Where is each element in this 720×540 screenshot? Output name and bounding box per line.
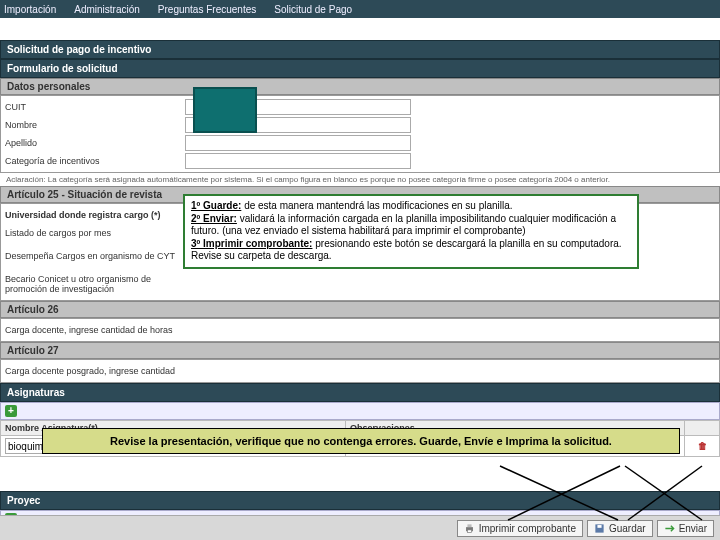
lbl-cargos-cyt: Desempeña Cargos en organismo de CYT: [5, 251, 185, 261]
review-banner: Revise la presentación, verifique que no…: [42, 428, 680, 454]
svg-rect-4: [597, 525, 601, 528]
nav-solicitud-pago[interactable]: Solicitud de Pago: [274, 4, 352, 15]
lbl-becario: Becario Conicet u otro organismo de prom…: [5, 274, 185, 294]
teal-overlay-box: [193, 87, 257, 133]
section-asignaturas: Asignaturas: [0, 383, 720, 402]
lbl-nombre: Nombre: [5, 120, 185, 130]
lbl-univ-cargo: Universidad donde registra cargo (*): [5, 210, 185, 220]
bottom-toolbar: Imprimir comprobante Guardar Enviar: [0, 515, 720, 540]
printer-icon: [464, 523, 475, 534]
nav-administracion[interactable]: Administración: [74, 4, 140, 15]
lbl-carga-docente: Carga docente, ingrese cantidad de horas: [5, 325, 265, 335]
title-solicitud-pago: Solicitud de pago de incentivo: [0, 40, 720, 59]
input-apellido[interactable]: [185, 135, 411, 151]
title-formulario: Formulario de solicitud: [0, 59, 720, 78]
lbl-categoria: Categoría de incentivos: [5, 156, 185, 166]
trash-icon[interactable]: 🗑: [698, 441, 707, 451]
section-art27: Artículo 27: [0, 342, 720, 359]
art27-box: Carga docente posgrado, ingrese cantidad: [0, 359, 720, 383]
lbl-listado-cargos: Listado de cargos por mes: [5, 228, 185, 238]
lbl-carga-posgrado: Carga docente posgrado, ingrese cantidad: [5, 366, 285, 376]
btn-enviar[interactable]: Enviar: [657, 520, 714, 537]
section-proyectos: Proyec: [0, 491, 720, 510]
svg-rect-2: [467, 529, 471, 532]
instructions-callout: 1º Guarde: de esta manera mantendrá las …: [183, 194, 639, 269]
app-root: Importación Administración Preguntas Fre…: [0, 0, 720, 540]
asignaturas-add-row: +: [0, 402, 720, 420]
top-nav: Importación Administración Preguntas Fre…: [0, 0, 720, 18]
section-art26: Artículo 26: [0, 301, 720, 318]
datos-personales-box: CUIT Nombre Apellido Categoría de incent…: [0, 95, 720, 173]
lbl-cuit: CUIT: [5, 102, 185, 112]
btn-imprimir-comprobante[interactable]: Imprimir comprobante: [457, 520, 583, 537]
svg-rect-1: [467, 524, 471, 527]
art26-box: Carga docente, ingrese cantidad de horas: [0, 318, 720, 342]
lbl-apellido: Apellido: [5, 138, 185, 148]
nota-categoria: Aclaración: La categoría será asignada a…: [0, 173, 720, 186]
section-datos-personales: Datos personales: [0, 78, 720, 95]
add-asignatura-button[interactable]: +: [5, 405, 17, 417]
input-categoria[interactable]: [185, 153, 411, 169]
nav-faq[interactable]: Preguntas Frecuentes: [158, 4, 256, 15]
send-icon: [664, 523, 675, 534]
btn-guardar[interactable]: Guardar: [587, 520, 653, 537]
save-icon: [594, 523, 605, 534]
nav-importacion[interactable]: Importación: [4, 4, 56, 15]
